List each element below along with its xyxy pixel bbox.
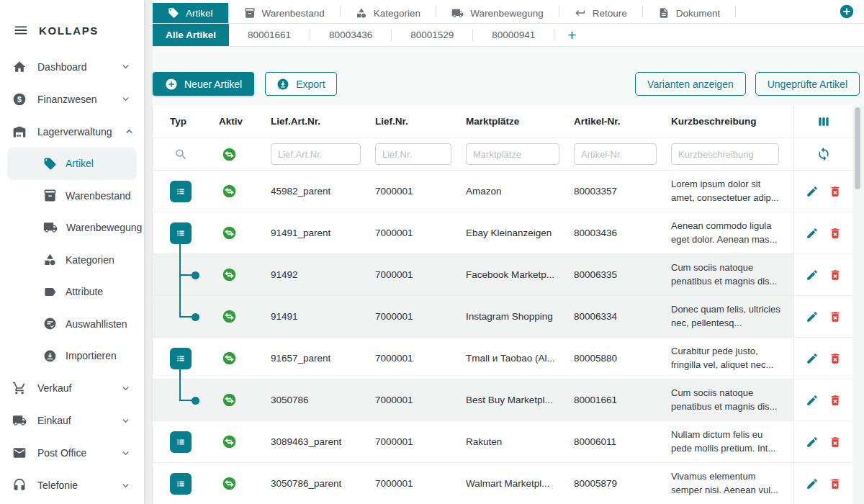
menu-icon[interactable] bbox=[13, 22, 29, 38]
active-status-icon bbox=[222, 434, 271, 449]
delete-icon[interactable] bbox=[829, 394, 842, 407]
tab-artikel[interactable]: Artikel bbox=[153, 3, 228, 23]
brand-name: KOLLAPS bbox=[39, 24, 99, 37]
unchecked-articles-button[interactable]: Ungeprüfte Artikel bbox=[755, 72, 860, 96]
parent-list-icon[interactable] bbox=[170, 431, 192, 453]
table-row[interactable]: 45982_parent 7000001 Amazon 80003357 Lor… bbox=[153, 171, 852, 212]
sidebar-item-attribute[interactable]: Attribute bbox=[0, 276, 144, 308]
subtab-label: 80001661 bbox=[248, 30, 291, 40]
active-status-icon[interactable] bbox=[222, 147, 271, 162]
row-actions bbox=[793, 421, 852, 462]
show-variants-button[interactable]: Varianten anzeigen bbox=[635, 72, 746, 96]
table-filter-row bbox=[153, 138, 852, 171]
artikel-nr-filter-input[interactable] bbox=[574, 143, 657, 165]
delete-icon[interactable] bbox=[829, 310, 842, 323]
subtab-alle-artikel[interactable]: Alle Artikel bbox=[153, 24, 229, 46]
header-kurzbeschreibung[interactable]: Kurzbeschreibung bbox=[671, 116, 793, 127]
marktplaetze-value: Instagram Shopping bbox=[466, 311, 574, 322]
delete-icon[interactable] bbox=[829, 227, 842, 240]
tab-dokument[interactable]: Dokument bbox=[643, 3, 736, 23]
sidebar-item-artikel[interactable]: Artikel bbox=[7, 148, 137, 180]
table-row[interactable]: 3050786 7000001 Best Buy Marketpl... 800… bbox=[153, 379, 852, 421]
sidebar-item-kategorien[interactable]: Kategorien bbox=[0, 244, 144, 276]
table-scrollbar-track[interactable] bbox=[852, 105, 864, 504]
table-row[interactable]: 91492 7000001 Facebook Marketp... 800063… bbox=[153, 254, 852, 296]
delete-icon[interactable] bbox=[829, 477, 842, 490]
tab-warenbewegung[interactable]: Warenbewegung bbox=[436, 3, 559, 23]
tab-kategorien[interactable]: Kategorien bbox=[341, 3, 436, 23]
table-row[interactable]: 3050786_parent 7000001 Walmart Marketpl.… bbox=[153, 463, 852, 504]
sidebar-item-label: Finanzwesen bbox=[37, 94, 97, 105]
edit-icon[interactable] bbox=[806, 310, 819, 323]
edit-icon[interactable] bbox=[806, 477, 819, 490]
return-arrow-icon bbox=[575, 7, 586, 19]
sidebar-item-auswahllisten[interactable]: Auswahllisten bbox=[0, 308, 144, 341]
edit-icon[interactable] bbox=[806, 352, 819, 365]
new-article-button[interactable]: Neuer Artikel bbox=[153, 72, 254, 96]
row-actions bbox=[793, 254, 852, 295]
table-scrollbar-thumb[interactable] bbox=[855, 107, 860, 189]
table-row[interactable]: 91491_parent 7000001 Ebay Kleinanzeigen … bbox=[153, 212, 852, 254]
header-aktiv[interactable]: Aktiv bbox=[219, 116, 271, 127]
parent-list-icon[interactable] bbox=[170, 222, 192, 244]
parent-list-icon[interactable] bbox=[170, 473, 192, 495]
edit-icon[interactable] bbox=[806, 269, 819, 282]
delete-icon[interactable] bbox=[829, 185, 842, 198]
tree-node-dot bbox=[192, 271, 199, 279]
add-article-tab-button[interactable]: + bbox=[554, 24, 589, 46]
delete-icon[interactable] bbox=[829, 352, 842, 365]
sidebar-item-warenbestand[interactable]: Warenbestand bbox=[0, 180, 144, 212]
edit-icon[interactable] bbox=[806, 185, 819, 198]
tab-label: Retoure bbox=[593, 8, 627, 19]
sidebar-item-importieren[interactable]: Importieren bbox=[0, 340, 144, 372]
edit-icon[interactable] bbox=[806, 394, 819, 407]
refresh-icon[interactable] bbox=[816, 147, 831, 161]
parent-list-icon[interactable] bbox=[170, 348, 192, 369]
artikel-nr-value: 80005880 bbox=[574, 353, 671, 364]
add-tab-button[interactable] bbox=[839, 4, 855, 19]
sidebar-item-finanzwesen[interactable]: $ Finanzwesen bbox=[0, 83, 144, 115]
header-artikel-nr[interactable]: Artikel-Nr. bbox=[574, 116, 671, 127]
table-row[interactable]: 3089463_parent 7000001 Rakuten 80006011 … bbox=[153, 421, 852, 463]
delete-icon[interactable] bbox=[829, 269, 842, 282]
delete-icon[interactable] bbox=[829, 436, 842, 449]
artikel-nr-filter bbox=[574, 143, 671, 165]
sidebar-item-einkauf[interactable]: Einkauf bbox=[0, 405, 144, 437]
tab-warenbestand[interactable]: Warenbestand bbox=[229, 3, 340, 23]
module-tabbar: Artikel Warenbestand Kategorien Warenbew… bbox=[153, 0, 864, 24]
subtab-80001661[interactable]: 80001661 bbox=[229, 24, 310, 46]
columns-icon[interactable] bbox=[816, 114, 831, 129]
parent-list-icon[interactable] bbox=[170, 181, 192, 202]
lief-art-nr-filter-input[interactable] bbox=[271, 143, 361, 165]
tab-retoure[interactable]: Retoure bbox=[559, 3, 642, 23]
subtab-80003436[interactable]: 80003436 bbox=[310, 24, 391, 46]
envelope-icon bbox=[12, 446, 27, 460]
table-row[interactable]: 91491 7000001 Instagram Shopping 8000633… bbox=[153, 296, 852, 338]
sidebar-item-verkauf[interactable]: Verkauf bbox=[0, 372, 144, 405]
sidebar-item-post-office[interactable]: Post Office bbox=[0, 437, 144, 469]
marktplaetze-filter bbox=[466, 143, 574, 165]
header-typ[interactable]: Typ bbox=[170, 116, 219, 127]
edit-icon[interactable] bbox=[806, 436, 819, 449]
sidebar-item-telefonie[interactable]: Telefonie bbox=[0, 469, 144, 502]
header-lief-nr[interactable]: Lief.Nr. bbox=[375, 116, 466, 127]
table-row[interactable]: 91657_parent 7000001 Tmall и Taobao (Al.… bbox=[153, 338, 852, 379]
artikel-nr-value: 80003436 bbox=[574, 228, 671, 238]
marktplaetze-filter-input[interactable] bbox=[466, 143, 559, 165]
export-button[interactable]: Export bbox=[265, 72, 336, 96]
artikel-nr-value: 80005879 bbox=[574, 478, 671, 489]
subtab-80000941[interactable]: 80000941 bbox=[473, 24, 554, 46]
lief-nr-value: 7000001 bbox=[375, 478, 466, 489]
subtab-label: 80000941 bbox=[492, 30, 535, 40]
sidebar-item-warenbewegung[interactable]: Warenbewegung bbox=[0, 212, 144, 244]
header-marktplaetze[interactable]: Marktplätze bbox=[466, 116, 574, 127]
edit-icon[interactable] bbox=[806, 227, 819, 240]
lief-nr-filter-input[interactable] bbox=[375, 143, 451, 165]
truck-icon bbox=[43, 220, 58, 235]
subtab-80001529[interactable]: 80001529 bbox=[392, 24, 472, 46]
header-lief-art-nr[interactable]: Lief.Art.Nr. bbox=[271, 116, 375, 127]
headset-icon bbox=[12, 478, 27, 492]
sidebar-item-lagerverwaltung[interactable]: Lagerverwaltung bbox=[0, 115, 144, 148]
sidebar-item-dashboard[interactable]: Dashboard bbox=[0, 50, 144, 83]
kurzbeschreibung-filter-input[interactable] bbox=[671, 143, 779, 165]
